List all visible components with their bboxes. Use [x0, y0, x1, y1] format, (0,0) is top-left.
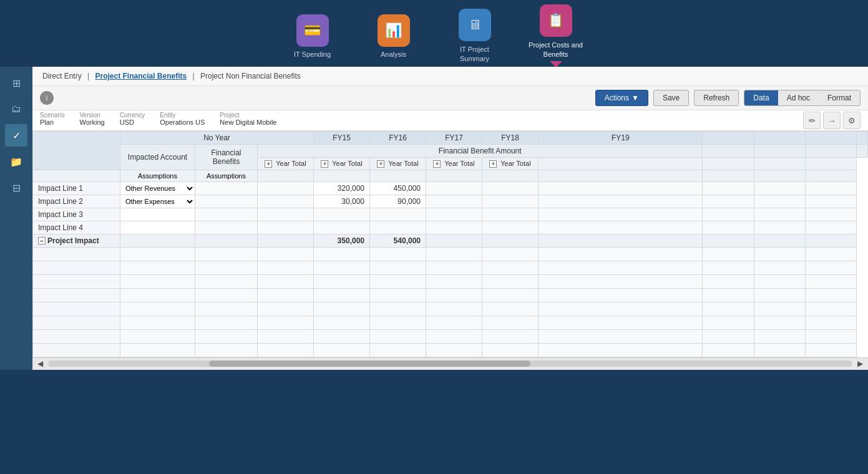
impact-line-1-fy19[interactable]: [482, 181, 539, 195]
impact-line-2-fy19[interactable]: [482, 195, 539, 208]
fy19-expand-icon[interactable]: +: [489, 160, 497, 168]
scenario-field-currency: Currency USD: [120, 112, 145, 129]
sidebar-icon-4[interactable]: 📁: [5, 150, 27, 173]
empty-row: [33, 343, 868, 357]
impact-line-3-fy18[interactable]: [426, 208, 482, 221]
impact-line-1-fy15[interactable]: [258, 181, 314, 195]
sidebar-icon-5[interactable]: ⊟: [5, 177, 27, 199]
extra-col-1: [703, 132, 754, 145]
scenario-actions: ✏ → ⚙: [803, 112, 861, 129]
project-costs-benefits-icon: 📋: [540, 4, 572, 37]
impacted-account-header: Impacted Account: [120, 145, 195, 170]
sidebar-icon-2[interactable]: 🗂: [5, 98, 27, 120]
impact-line-4-fy15[interactable]: [258, 221, 314, 234]
fy18-header: FY18: [482, 132, 539, 145]
navigate-button[interactable]: →: [823, 112, 841, 129]
sidebar-icon-3[interactable]: ✓: [5, 124, 27, 147]
breadcrumb-project-financial-benefits[interactable]: Project Financial Benefits: [95, 72, 187, 80]
assumptions-col2: Assumptions: [195, 170, 258, 181]
toolbar: i Actions ▼ Save Refresh Data Ad hoc For…: [32, 86, 868, 110]
fy19-header: FY19: [539, 132, 703, 145]
fy16-year-total-header: + Year Total: [314, 158, 370, 170]
horizontal-scrollbar[interactable]: ◀ ▶: [32, 357, 868, 370]
project-impact-collapse-icon[interactable]: −: [38, 237, 46, 244]
impact-line-4-fy19[interactable]: [482, 221, 539, 234]
impact-line-3-fy16[interactable]: [314, 208, 370, 221]
table-row: Impact Line 1Other Revenues320,000450,00…: [33, 181, 868, 195]
nav-item-it-project-summary[interactable]: 🖥 IT Project Summary: [447, 9, 503, 63]
table-container: No Year FY15 FY16 FY17 FY18 FY19 Impacte…: [32, 131, 868, 357]
settings-button[interactable]: ⚙: [843, 112, 861, 129]
header-row-sections: Impacted Account Financial Benefits Fina…: [33, 145, 868, 158]
impact-line-3-fy19[interactable]: [482, 208, 539, 221]
sidebar: ⊞ 🗂 ✓ 📁 ⊟: [0, 67, 32, 370]
refresh-button[interactable]: Refresh: [694, 90, 739, 106]
impact-line-1-account[interactable]: Other Revenues: [120, 181, 195, 195]
breadcrumb-direct-entry[interactable]: Direct Entry: [42, 72, 82, 80]
no-year-header: No Year: [120, 132, 314, 145]
sidebar-icon-1[interactable]: ⊞: [5, 72, 27, 94]
financial-benefit-amount-header: Financial Benefit Amount: [258, 145, 703, 158]
view-adhoc-button[interactable]: Ad hoc: [778, 90, 819, 105]
it-spending-icon: 💳: [296, 14, 329, 47]
impact-line-2-account-select[interactable]: Other Expenses: [120, 196, 195, 207]
view-data-button[interactable]: Data: [744, 90, 778, 105]
extra-col-3: [805, 132, 856, 145]
impact-line-1-fy17[interactable]: 450,000: [370, 181, 426, 195]
financial-benefits-header: Financial Benefits: [195, 145, 258, 170]
impact-line-3-account: [120, 208, 195, 221]
empty-row: [33, 261, 868, 274]
edit-button[interactable]: ✏: [803, 112, 821, 129]
table-row: Impact Line 2Other Expenses30,00090,000: [33, 195, 868, 208]
actions-button[interactable]: Actions ▼: [595, 90, 648, 106]
project-impact-label: −Project Impact: [33, 234, 120, 247]
scenario-field-scenario: Scenario Plan: [40, 112, 64, 129]
project-impact-fy19: [482, 234, 539, 247]
nav-item-it-spending[interactable]: 💳 IT Spending: [285, 14, 341, 58]
header-row-years: No Year FY15 FY16 FY17 FY18 FY19: [33, 132, 868, 145]
scroll-right-arrow[interactable]: ▶: [855, 359, 866, 368]
scroll-track[interactable]: [48, 360, 852, 367]
impact-line-2-label: Impact Line 2: [33, 195, 120, 208]
save-button[interactable]: Save: [653, 90, 689, 106]
analysis-icon: 📊: [378, 14, 410, 47]
breadcrumb-project-non-financial-benefits[interactable]: Project Non Financial Benefits: [200, 72, 301, 80]
impact-line-2-fy18[interactable]: [426, 195, 482, 208]
view-format-button[interactable]: Format: [819, 90, 860, 105]
impact-line-3-fy17[interactable]: [370, 208, 426, 221]
info-button[interactable]: i: [40, 91, 54, 105]
impact-line-4-label: Impact Line 4: [33, 221, 120, 234]
impact-line-4-fy16[interactable]: [314, 221, 370, 234]
table-row: −Project Impact350,000540,000: [33, 234, 868, 247]
impact-line-2-fy15[interactable]: [258, 195, 314, 208]
impact-line-3-fy15[interactable]: [258, 208, 314, 221]
nav-item-analysis[interactable]: 📊 Analysis: [366, 14, 422, 58]
header-row-assumptions: Assumptions Assumptions: [33, 170, 868, 181]
fy15-year-total-header: + Year Total: [258, 158, 314, 170]
fy15-expand-icon[interactable]: +: [265, 160, 272, 168]
table-row: Impact Line 3: [33, 208, 868, 221]
impact-line-1-fy18[interactable]: [426, 181, 482, 195]
impact-line-1-label: Impact Line 1: [33, 181, 120, 195]
impact-line-2-account[interactable]: Other Expenses: [120, 195, 195, 208]
fy18-expand-icon[interactable]: +: [433, 160, 441, 168]
scroll-left-arrow[interactable]: ◀: [35, 359, 46, 368]
impact-line-1-fy16[interactable]: 320,000: [314, 181, 370, 195]
table-row: Impact Line 4: [33, 221, 868, 234]
empty-row: [33, 288, 868, 302]
row-label-header: [33, 132, 120, 170]
impact-line-2-fy17[interactable]: 90,000: [370, 195, 426, 208]
project-impact-fy16: 350,000: [314, 234, 370, 247]
fy16-header: FY16: [370, 132, 426, 145]
fy16-expand-icon[interactable]: +: [321, 160, 328, 168]
empty-row: [33, 274, 868, 288]
impact-line-4-fy17[interactable]: [370, 221, 426, 234]
nav-item-project-costs-benefits[interactable]: 📋 Project Costs andBenefits: [528, 4, 584, 67]
fy17-expand-icon[interactable]: +: [377, 160, 384, 168]
impact-line-1-account-select[interactable]: Other Revenues: [120, 183, 195, 194]
impact-line-4-fy18[interactable]: [426, 221, 482, 234]
scroll-thumb[interactable]: [209, 360, 531, 367]
impact-line-2-fy16[interactable]: 30,000: [314, 195, 370, 208]
empty-row: [33, 247, 868, 261]
project-impact-fy17: 540,000: [370, 234, 426, 247]
